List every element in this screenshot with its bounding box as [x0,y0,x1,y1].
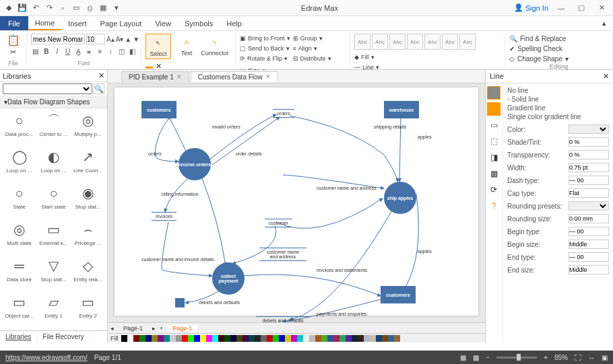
node-collect-payment[interactable]: collect payment [212,262,245,295]
decr-icon[interactable]: ▼ [133,34,139,44]
shape-4[interactable]: ◐Loop on ... [37,147,70,182]
rp-tab-7[interactable]: ⟳ [487,183,501,196]
entity-dd-process[interactable]: debets and defaults process [256,316,310,322]
color-swatch[interactable] [327,335,333,342]
page-nav-next[interactable]: ▸ [152,325,156,332]
color-swatch[interactable] [164,335,170,342]
fullscreen-icon[interactable]: ▣ [602,354,608,361]
style-5[interactable]: Abc [424,34,441,50]
decrease-size-icon[interactable]: A▾ [116,34,124,44]
rp-tab-5[interactable]: ◨ [487,151,501,164]
style-gallery[interactable]: Abc Abc Abc Abc Abc Abc Abc [354,34,476,50]
menu-page-layout[interactable]: Page Layout [94,16,149,30]
menu-insert[interactable]: Insert [61,16,94,30]
strike-icon[interactable]: x̶ [85,46,94,57]
node-ship-apples[interactable]: ship apples [384,182,416,214]
shape-2[interactable]: ◎Multiply p... [71,111,104,146]
color-swatch[interactable] [200,335,206,342]
color-swatch[interactable] [285,335,291,342]
shape-14[interactable]: ◇Entity rela... [71,256,104,291]
line-type-none[interactable]: No line [507,86,609,95]
font-size-select[interactable] [86,34,105,44]
color-swatch[interactable] [236,335,243,342]
color-swatch[interactable] [376,335,382,342]
style-7[interactable]: Abc [459,34,476,50]
text-tool[interactable]: AText [174,34,199,58]
color-swatch[interactable] [121,335,127,342]
shape-6[interactable]: ○State [3,184,36,219]
menu-view[interactable]: View [148,16,178,30]
entity-orders[interactable]: orders [273,109,294,118]
entity-name-addr[interactable]: customer name and address [259,248,306,261]
rp-tab-3[interactable]: ▭ [487,118,501,132]
rp-tab-6[interactable]: ▦ [487,167,501,180]
color-swatch[interactable] [176,335,182,342]
signin-link[interactable]: 👤 Sign In [514,3,548,12]
new-icon[interactable]: ▫ [58,3,67,13]
node-small[interactable] [175,298,185,307]
spell-check-button[interactable]: ✔ Spelling Check [509,44,608,53]
incr-icon[interactable]: ▲ [125,34,131,44]
highlight-icon[interactable]: ◫ [117,46,126,57]
shape-rect-icon[interactable]: ▬ [146,62,153,70]
increase-size-icon[interactable]: A▴ [106,34,115,44]
node-customers-2[interactable]: customers [381,286,416,303]
end-size-input[interactable] [569,265,609,275]
paste-icon[interactable]: 📋 [7,34,20,46]
entity-customer[interactable]: customer [265,219,292,227]
cap-input[interactable] [569,188,609,198]
color-swatch[interactable] [273,335,279,342]
distribute-button[interactable]: ⊟ Distribute ▾ [293,54,331,63]
undo-icon[interactable]: ↶ [31,3,40,13]
color-swatch[interactable] [188,335,194,342]
fit-width-icon[interactable]: ↔ [588,354,595,361]
find-replace-button[interactable]: 🔍 Find & Replace [509,34,608,43]
shape-7[interactable]: ○Start state [37,184,70,219]
color-swatch[interactable] [382,335,388,342]
color-swatch[interactable] [127,335,133,342]
send-back-button[interactable]: ▢ Send to Back ▾ [240,44,290,53]
rp-tab-help[interactable]: ? [487,199,501,213]
shade-input[interactable] [569,137,609,147]
shape-5[interactable]: ↗Line Conn... [71,147,104,182]
style-1[interactable]: Abc [354,34,370,50]
line-type-gradient[interactable]: Gradient line [507,104,609,112]
color-swatch[interactable] [212,335,218,342]
bring-front-button[interactable]: ▣ Bring to Front ▾ [240,34,290,43]
line-type-solid[interactable]: ◦ Solid line [507,95,609,104]
doc-tab-pid[interactable]: PID Example 1✕ [121,71,189,82]
rp-tab-fill[interactable] [487,102,501,116]
spacing-icon[interactable]: ↕ [106,46,115,57]
node-customers-1[interactable]: customers [141,101,176,118]
shape-12[interactable]: ═Data store [3,256,36,291]
color-swatch[interactable] [358,335,364,342]
entity-invoices[interactable]: invoices [152,212,176,221]
close-icon[interactable]: ✕ [176,73,182,80]
color-swatch[interactable] [303,335,309,342]
bullets-icon[interactable]: ≡ [95,46,104,57]
search-icon[interactable]: 🔍 [94,83,104,94]
color-swatch[interactable] [206,335,212,342]
color-swatch[interactable] [182,335,188,342]
align-icon[interactable]: ▤ [31,46,40,57]
color-swatch[interactable] [170,335,176,342]
font-family-select[interactable] [31,34,85,44]
doc-tab-customers[interactable]: Customers Data Flow✕ [191,71,278,82]
maximize-button[interactable]: ▢ [574,2,589,14]
bold-icon[interactable]: B [42,46,51,57]
color-swatch[interactable] [352,335,358,342]
group-button[interactable]: ⊞ Group ▾ [293,34,331,43]
font-color-icon[interactable]: A̲ [74,46,84,57]
color-swatch[interactable] [333,335,340,342]
page-add-icon[interactable]: + [160,325,163,332]
color-swatch[interactable] [388,335,394,342]
color-swatch[interactable] [133,335,139,342]
italic-icon[interactable]: I [53,46,62,57]
color-swatch[interactable] [279,335,285,342]
rotate-flip-button[interactable]: ⟳ Rotate & Flip ▾ [240,54,290,63]
underline-icon[interactable]: U [63,46,73,57]
shape-16[interactable]: ▱Entity 1 [37,293,70,328]
end-type-input[interactable] [569,252,609,262]
color-swatch[interactable] [340,335,346,342]
file-recovery-tab[interactable]: File Recovery [37,331,90,342]
